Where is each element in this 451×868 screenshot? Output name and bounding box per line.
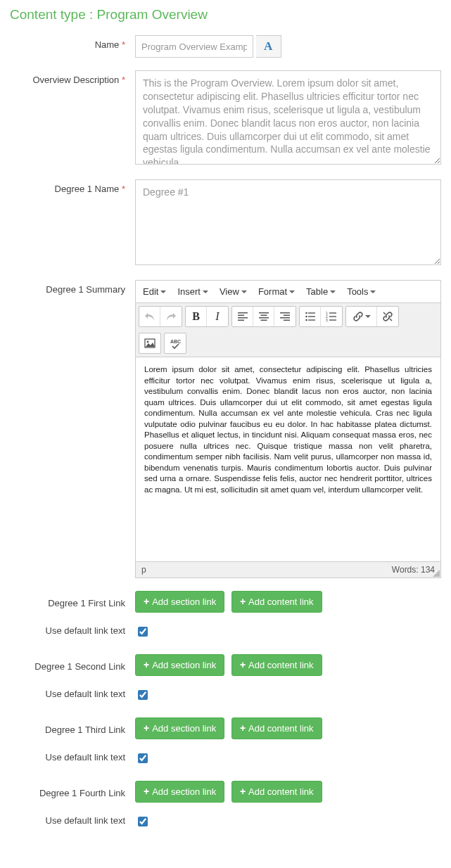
bullet-list-button[interactable]: [300, 307, 321, 326]
caret-down-icon: [365, 315, 371, 318]
editor-menubar: Edit Insert View Format Table Tools: [136, 281, 440, 303]
name-input[interactable]: [135, 35, 253, 58]
plus-icon: [144, 723, 149, 734]
svg-point-15: [147, 341, 149, 343]
bold-button[interactable]: B: [186, 307, 207, 326]
label-degree1-third-link: Degree 1 Third Link: [10, 717, 135, 735]
label-name: Name *: [10, 35, 135, 50]
editor-statusbar: p Words: 134: [136, 561, 440, 577]
image-icon: [144, 338, 155, 349]
svg-rect-5: [308, 319, 315, 320]
caret-down-icon: [370, 291, 376, 293]
add-content-link-button[interactable]: Add content link: [231, 717, 322, 739]
svg-point-0: [305, 312, 307, 314]
unlink-icon: [382, 311, 393, 322]
menu-table[interactable]: Table: [300, 281, 341, 302]
overview-description-textarea[interactable]: This is the Program Overview. Lorem ipsu…: [135, 70, 441, 165]
editor-toolbar: B I: [136, 303, 440, 357]
menu-view[interactable]: View: [214, 281, 253, 302]
plus-icon: [240, 723, 246, 734]
label-use-default-link-text: Use default link text: [10, 752, 135, 762]
label-use-default-link-text: Use default link text: [10, 625, 135, 636]
caret-down-icon: [330, 291, 336, 293]
resize-handle-icon[interactable]: [433, 570, 440, 577]
svg-rect-1: [308, 312, 315, 313]
use-default-link-text-checkbox-4[interactable]: [138, 817, 148, 826]
editor-word-count: Words: 134: [392, 565, 435, 575]
svg-line-13: [390, 319, 392, 321]
plus-icon: [144, 786, 149, 797]
undo-button[interactable]: [139, 307, 160, 326]
use-default-link-text-checkbox-1[interactable]: [138, 627, 148, 637]
label-degree1-first-link: Degree 1 First Link: [10, 591, 135, 608]
label-degree1-second-link: Degree 1 Second Link: [10, 654, 135, 672]
caret-down-icon: [289, 291, 295, 293]
label-use-default-link-text: Use default link text: [10, 689, 135, 699]
plus-icon: [240, 596, 246, 607]
redo-button[interactable]: [160, 307, 182, 326]
numbered-list-button[interactable]: 123: [321, 307, 342, 326]
rich-text-editor: Edit Insert View Format Table Tools B: [135, 280, 441, 578]
add-content-link-button[interactable]: Add content link: [231, 591, 322, 613]
image-button[interactable]: [139, 333, 160, 353]
label-degree1-name: Degree 1 Name *: [10, 179, 135, 194]
plus-icon: [240, 786, 246, 797]
svg-line-12: [383, 312, 386, 314]
align-left-icon: [237, 311, 248, 322]
svg-text:3: 3: [326, 318, 328, 322]
editor-path: p: [141, 565, 146, 575]
add-section-link-button[interactable]: Add section link: [135, 591, 224, 613]
svg-text:ABC: ABC: [170, 339, 181, 344]
label-use-default-link-text: Use default link text: [10, 815, 135, 826]
use-default-link-text-checkbox-2[interactable]: [138, 690, 148, 700]
spellcheck-button[interactable]: ABC: [165, 333, 186, 353]
caret-down-icon: [203, 291, 208, 293]
italic-button[interactable]: I: [207, 307, 228, 326]
link-icon: [352, 311, 364, 322]
label-overview-description: Overview Description *: [10, 70, 135, 85]
svg-rect-7: [329, 312, 336, 313]
language-indicator-button[interactable]: A: [256, 35, 281, 58]
menu-format[interactable]: Format: [253, 281, 300, 302]
plus-icon: [144, 660, 149, 670]
add-section-link-button[interactable]: Add section link: [135, 781, 224, 803]
add-content-link-button[interactable]: Add content link: [231, 654, 322, 676]
bullet-list-icon: [305, 311, 316, 322]
svg-point-4: [305, 319, 307, 321]
page-title: Content type : Program Overview: [10, 7, 441, 23]
numbered-list-icon: 123: [326, 311, 337, 322]
plus-icon: [240, 660, 246, 670]
unlink-button[interactable]: [377, 307, 398, 326]
label-degree1-fourth-link: Degree 1 Fourth Link: [10, 781, 135, 798]
svg-rect-3: [308, 316, 315, 317]
align-center-button[interactable]: [253, 307, 274, 326]
degree1-name-textarea[interactable]: Degree #1: [135, 179, 441, 265]
add-section-link-button[interactable]: Add section link: [135, 654, 224, 676]
align-right-icon: [279, 311, 291, 322]
caret-down-icon: [241, 291, 247, 293]
align-right-button[interactable]: [274, 307, 296, 326]
add-section-link-button[interactable]: Add section link: [135, 717, 224, 739]
align-left-button[interactable]: [232, 307, 253, 326]
plus-icon: [144, 596, 149, 607]
label-degree1-summary: Degree 1 Summary: [10, 280, 135, 295]
svg-rect-11: [329, 319, 336, 320]
align-center-icon: [258, 311, 269, 322]
link-button[interactable]: [346, 307, 377, 326]
undo-icon: [144, 311, 155, 322]
svg-rect-9: [329, 316, 336, 317]
menu-insert[interactable]: Insert: [172, 281, 214, 302]
editor-body[interactable]: Lorem ipsum dolor sit amet, consectetur …: [136, 357, 440, 561]
spellcheck-icon: ABC: [170, 338, 181, 349]
menu-edit[interactable]: Edit: [137, 281, 172, 302]
caret-down-icon: [160, 291, 166, 293]
redo-icon: [165, 311, 177, 322]
add-content-link-button[interactable]: Add content link: [231, 781, 322, 803]
use-default-link-text-checkbox-3[interactable]: [138, 753, 148, 763]
svg-point-2: [305, 316, 307, 318]
menu-tools[interactable]: Tools: [341, 281, 381, 302]
